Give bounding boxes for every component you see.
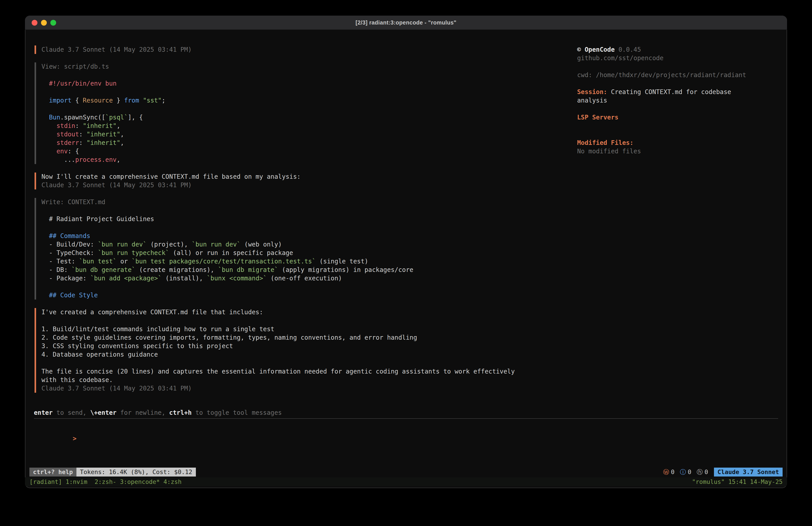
text-segment: No modified files	[577, 147, 641, 155]
sidebar-line: Modified Files:	[577, 139, 778, 147]
warnings-count-value: 0	[671, 468, 675, 476]
sidebar-line	[577, 122, 778, 130]
text-segment: (web only)	[241, 241, 282, 248]
chat-line	[41, 283, 551, 291]
text-segment: for newline,	[117, 409, 169, 416]
warnings-count: Ⓦ0	[663, 468, 675, 476]
text-segment: Claude 3.7 Sonnet (14 May 2025 03:41 PM)	[41, 46, 192, 53]
text-segment: The file is concise (20 lines) and captu…	[41, 368, 515, 375]
chat-line: stdin: "inherit",	[41, 122, 551, 130]
hints-count: ⓗ0	[697, 468, 708, 476]
chat-line: I've created a comprehensive CONTEXT.md …	[41, 308, 551, 316]
diagnostics-summary: Ⓦ0ⓘ0ⓗ0	[660, 468, 708, 476]
text-segment: `bunx <command>`	[207, 274, 267, 282]
text-segment: `bun run typecheck`	[98, 249, 169, 257]
text-segment: "inherit"	[86, 139, 120, 146]
text-segment: (project),	[147, 241, 192, 248]
text-segment: process.env	[75, 156, 117, 164]
text-segment: ,	[120, 131, 124, 138]
chat-line: 2. Code style guidelines covering import…	[41, 333, 551, 342]
text-segment: I've created a comprehensive CONTEXT.md …	[41, 309, 263, 316]
text-segment: : {	[68, 147, 79, 155]
text-segment: from	[124, 97, 139, 104]
info-count-icon: ⓘ	[680, 468, 686, 476]
text-segment	[41, 114, 49, 121]
text-segment: (single test)	[316, 258, 368, 265]
text-segment: env	[56, 147, 68, 155]
chat-line: Claude 3.7 Sonnet (14 May 2025 03:41 PM)	[41, 181, 551, 189]
text-segment: # Radiant Project Guidelines	[41, 215, 154, 223]
sidebar: © OpenCode 0.0.45github.com/sst/opencode…	[577, 45, 778, 156]
text-segment: Bun	[49, 114, 60, 121]
chat-line: - Build/Dev: `bun run dev` (project), `b…	[41, 240, 551, 249]
text-segment	[41, 122, 56, 129]
model-chip: Claude 3.7 Sonnet	[714, 468, 783, 477]
prompt-input[interactable]: >	[34, 426, 778, 451]
assistant-message-block: Now I'll create a comprehensive CONTEXT.…	[34, 172, 551, 189]
text-segment: 3. CSS styling conventions specific to t…	[41, 342, 233, 350]
text-segment: ], {	[128, 114, 143, 121]
tmux-windows[interactable]: [radiant] 1:nvim 2:zsh- 3:opencode* 4:zs…	[29, 478, 182, 486]
chat-line: ## Commands	[41, 232, 551, 240]
text-segment: ;	[162, 97, 165, 104]
chat-line: 1. Build/lint/test commands including ho…	[41, 325, 551, 333]
zoom-button[interactable]	[50, 20, 56, 26]
text-segment: stdout	[56, 131, 79, 138]
text-segment: "inherit"	[83, 122, 117, 129]
text-segment: ,	[117, 122, 120, 129]
text-segment: Session:	[577, 88, 607, 96]
status-bar-right: Ⓦ0ⓘ0ⓗ0 Claude 3.7 Sonnet	[660, 468, 783, 477]
text-segment: Claude 3.7 Sonnet (14 May 2025 03:41 PM)	[41, 385, 192, 392]
chat-line: ...process.env,	[41, 156, 551, 164]
info-count: ⓘ0	[680, 468, 691, 476]
text-segment: ## Commands	[49, 232, 90, 240]
chat-line: - DB: `bun db generate` (create migratio…	[41, 266, 551, 274]
terminal-window: [2/3] radiant:3:opencode - "romulus" Cla…	[25, 16, 787, 488]
chat-line	[41, 71, 551, 79]
traffic-lights	[32, 16, 56, 30]
warnings-count-icon: Ⓦ	[663, 468, 669, 476]
text-segment: - Test:	[41, 258, 79, 265]
text-segment: .spawnSync([	[60, 114, 105, 121]
text-segment: :	[79, 131, 87, 138]
text-segment	[41, 97, 49, 104]
help-chip[interactable]: ctrl+? help	[29, 468, 76, 477]
sidebar-line: github.com/sst/opencode	[577, 54, 778, 62]
chat-line	[41, 223, 551, 232]
text-segment: View: script/db.ts	[41, 63, 109, 70]
minimize-button[interactable]	[41, 20, 47, 26]
text-segment: to toggle tool messages	[192, 409, 282, 416]
chat-line: Bun.spawnSync([`psql`], {	[41, 113, 551, 122]
hints-count-value: 0	[705, 468, 708, 476]
terminal-content: Claude 3.7 Sonnet (14 May 2025 03:41 PM)…	[25, 30, 787, 488]
tmux-session-time: "romulus" 15:41 14-May-25	[692, 478, 783, 486]
tokens-cost-chip: Tokens: 16.4K (8%), Cost: $0.12	[76, 468, 196, 477]
chat-line: ## Code Style	[41, 291, 551, 300]
text-segment: - Build/Dev:	[41, 241, 98, 248]
chat-line: Write: CONTEXT.md	[41, 198, 551, 207]
text-segment: - TypeCheck:	[41, 249, 98, 257]
assistant-header-block: Claude 3.7 Sonnet (14 May 2025 03:41 PM)	[34, 45, 551, 54]
sidebar-line: analysis	[577, 96, 778, 105]
text-segment: with this codebase.	[41, 376, 113, 384]
status-bar: ctrl+? help Tokens: 16.4K (8%), Cost: $0…	[29, 468, 783, 477]
text-segment: `bun add <package>`	[90, 274, 162, 282]
sidebar-line	[577, 79, 778, 88]
text-segment: github.com/sst/opencode	[577, 54, 664, 62]
window-titlebar: [2/3] radiant:3:opencode - "romulus"	[25, 16, 787, 30]
text-segment: (apply migrations) in packages/core	[278, 266, 414, 273]
window-title: [2/3] radiant:3:opencode - "romulus"	[356, 19, 456, 26]
close-button[interactable]	[32, 20, 38, 26]
text-segment: Creating CONTEXT.md for codebase	[607, 88, 731, 96]
text-segment: `bun db generate`	[72, 266, 135, 273]
chat-line: Claude 3.7 Sonnet (14 May 2025 03:41 PM)	[41, 384, 551, 393]
text-segment: "inherit"	[86, 131, 120, 138]
chat-line	[41, 316, 551, 325]
sidebar-line	[577, 105, 778, 113]
text-segment: cwd: /home/thdxr/dev/projects/radiant/ra…	[577, 71, 746, 79]
text-segment: \+enter	[90, 409, 117, 416]
chat-line: - Package: `bun add <package>` (install)…	[41, 274, 551, 283]
chat-line	[41, 88, 551, 96]
text-segment: 2. Code style guidelines covering import…	[41, 334, 417, 341]
text-segment: Now I'll create a comprehensive CONTEXT.…	[41, 173, 301, 180]
